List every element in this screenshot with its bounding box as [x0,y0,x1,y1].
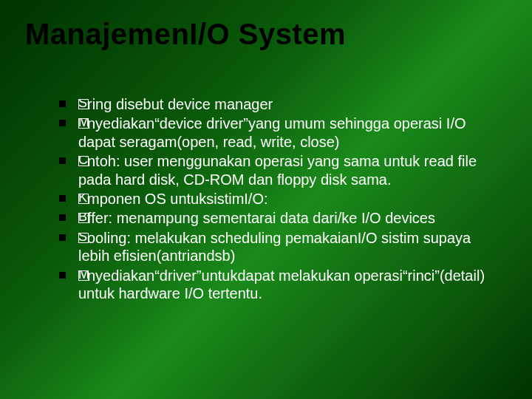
mojibake-box: Me [78,270,89,281]
bullet-text: ring disebut device manager [87,96,273,112]
bullet-text: ffer: menampung sementarai data dari/ke … [87,210,435,226]
list-item: Menyediakan“device driver”yang umum sehi… [59,115,502,151]
list-item: Menyediakan“driver”untukdapat melakukan … [59,267,502,303]
bullet-text: ntoh: user menggunakan operasi yang sama… [78,153,477,187]
bullet-text: ooling: melakukan scheduling pemakaianI/… [78,230,471,264]
bullet-text: nyediakan“driver”untukdapat melakukan op… [78,267,485,301]
list-item: Contoh: user menggunakan operasi yang sa… [59,152,502,188]
bullet-text: mponen OS untuksistimI/O: [87,191,268,207]
slide-title: ManajemenI/O System [25,18,502,51]
mojibake-box: Me [78,118,89,129]
mojibake-box: Sp [78,233,89,243]
mojibake-box: Se [78,99,89,109]
list-item: Sering disebut device manager [59,95,502,113]
mojibake-box: Bu [78,213,89,223]
slide-content: Sering disebut device manager Menyediaka… [30,95,502,302]
mojibake-box: Ko [78,194,89,204]
list-item: Buffer: menampung sementarai data dari/k… [59,209,502,227]
bullet-list: Sering disebut device manager Menyediaka… [59,95,502,302]
list-item: Komponen OS untuksistimI/O: [59,190,502,208]
mojibake-box: Co [78,156,89,166]
bullet-text: nyediakan“device driver”yang umum sehing… [78,115,466,149]
slide: ManajemenI/O System Sering disebut devic… [0,0,532,399]
list-item: Spooling: melakukan scheduling pemakaian… [59,229,502,265]
